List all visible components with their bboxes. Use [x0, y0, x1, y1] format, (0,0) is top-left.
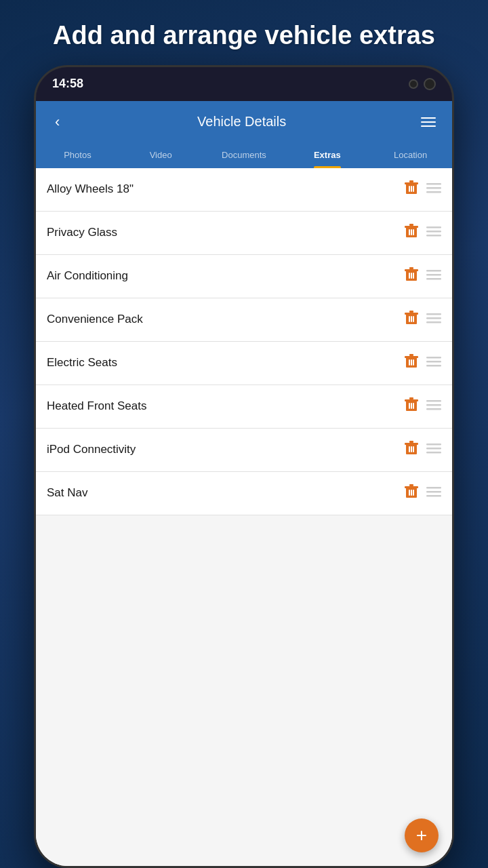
- status-bar: 14:58: [36, 67, 452, 101]
- drag-handle[interactable]: [426, 400, 441, 413]
- tabs-bar: PhotosVideoDocumentsExtrasLocation: [36, 143, 452, 168]
- svg-rect-67: [411, 490, 412, 496]
- svg-rect-55: [405, 443, 418, 445]
- svg-rect-42: [426, 357, 441, 359]
- delete-extra-button[interactable]: [405, 354, 418, 372]
- extra-label: Convenience Pack: [47, 313, 405, 326]
- page-title: Add and arrange vehicle extras: [27, 20, 461, 52]
- drag-handle[interactable]: [426, 183, 441, 196]
- delete-extra-button[interactable]: [405, 484, 418, 502]
- extra-actions: [405, 311, 441, 329]
- list-item: iPod Connectivity: [36, 429, 452, 472]
- phone-screen: ‹ Vehicle Details PhotosVideoDocumentsEx…: [36, 101, 452, 866]
- svg-rect-65: [409, 484, 413, 486]
- svg-rect-3: [409, 186, 410, 192]
- status-time: 14:58: [52, 77, 83, 91]
- svg-rect-5: [413, 186, 414, 192]
- list-item: Convenience Pack: [36, 298, 452, 342]
- svg-rect-48: [409, 403, 410, 409]
- svg-rect-22: [411, 273, 412, 279]
- svg-rect-64: [405, 486, 418, 488]
- svg-rect-49: [411, 403, 412, 409]
- menu-line-1: [421, 117, 436, 119]
- delete-extra-button[interactable]: [405, 180, 418, 199]
- svg-rect-6: [426, 183, 441, 185]
- page-header: Add and arrange vehicle extras: [0, 0, 488, 65]
- svg-rect-31: [411, 316, 412, 322]
- delete-extra-button[interactable]: [405, 267, 418, 285]
- svg-rect-21: [409, 273, 410, 279]
- svg-rect-26: [426, 278, 441, 280]
- svg-rect-69: [426, 487, 441, 489]
- svg-rect-38: [409, 354, 413, 356]
- back-button[interactable]: ‹: [49, 111, 65, 134]
- svg-rect-62: [426, 452, 441, 454]
- extra-actions: [405, 224, 441, 242]
- svg-rect-17: [426, 235, 441, 237]
- list-item: Electric Seats: [36, 342, 452, 385]
- tab-extras[interactable]: Extras: [285, 143, 369, 168]
- svg-rect-34: [426, 317, 441, 319]
- svg-rect-35: [426, 321, 441, 323]
- svg-rect-29: [409, 311, 413, 313]
- svg-rect-71: [426, 495, 441, 497]
- svg-rect-24: [426, 270, 441, 272]
- extra-actions: [405, 397, 441, 416]
- menu-line-2: [421, 121, 436, 123]
- phone-frame: 14:58 ‹ Vehicle Details PhotosVideoDocum…: [34, 65, 454, 868]
- drag-handle[interactable]: [426, 270, 441, 283]
- svg-rect-16: [426, 231, 441, 233]
- delete-extra-button[interactable]: [405, 224, 418, 242]
- svg-rect-25: [426, 274, 441, 276]
- drag-handle[interactable]: [426, 313, 441, 326]
- svg-rect-52: [426, 404, 441, 406]
- svg-rect-46: [405, 399, 418, 401]
- svg-rect-33: [426, 313, 441, 315]
- tab-documents[interactable]: Documents: [203, 143, 286, 168]
- svg-rect-58: [411, 446, 412, 452]
- svg-rect-50: [413, 403, 414, 409]
- add-extra-fab-button[interactable]: +: [405, 818, 439, 852]
- drag-handle[interactable]: [426, 443, 441, 456]
- delete-extra-button[interactable]: [405, 311, 418, 329]
- extras-list: Alloy Wheels 18" Privacy Glass Air Condi…: [36, 168, 452, 866]
- svg-rect-11: [409, 224, 413, 226]
- svg-rect-8: [426, 191, 441, 193]
- drag-handle[interactable]: [426, 357, 441, 370]
- svg-rect-7: [426, 187, 441, 189]
- menu-line-3: [421, 125, 436, 127]
- svg-rect-13: [411, 229, 412, 235]
- svg-rect-10: [405, 226, 418, 228]
- tab-video[interactable]: Video: [119, 143, 203, 168]
- svg-rect-23: [413, 273, 414, 279]
- tab-location[interactable]: Location: [369, 143, 452, 168]
- svg-rect-44: [426, 365, 441, 367]
- svg-rect-57: [409, 446, 410, 452]
- extra-label: Privacy Glass: [47, 226, 405, 239]
- svg-rect-39: [409, 359, 410, 366]
- svg-rect-20: [409, 267, 413, 269]
- tab-photos[interactable]: Photos: [36, 143, 119, 168]
- svg-rect-28: [405, 313, 418, 315]
- menu-button[interactable]: [418, 115, 439, 130]
- extra-actions: [405, 180, 441, 199]
- delete-extra-button[interactable]: [405, 397, 418, 416]
- svg-rect-41: [413, 359, 414, 366]
- extra-actions: [405, 441, 441, 459]
- svg-rect-19: [405, 269, 418, 271]
- extra-actions: [405, 484, 441, 502]
- svg-rect-2: [409, 180, 413, 182]
- delete-extra-button[interactable]: [405, 441, 418, 459]
- app-header-title: Vehicle Details: [197, 114, 286, 130]
- extra-label: iPod Connectivity: [47, 443, 405, 456]
- camera-dot-large: [424, 78, 436, 90]
- drag-handle[interactable]: [426, 226, 441, 239]
- drag-handle[interactable]: [426, 487, 441, 500]
- camera-dot-small: [409, 79, 418, 89]
- svg-rect-60: [426, 443, 441, 446]
- svg-rect-53: [426, 408, 441, 410]
- list-item: Sat Nav: [36, 472, 452, 515]
- svg-rect-4: [411, 186, 412, 192]
- extra-label: Heated Front Seats: [47, 399, 405, 413]
- svg-rect-66: [409, 490, 410, 496]
